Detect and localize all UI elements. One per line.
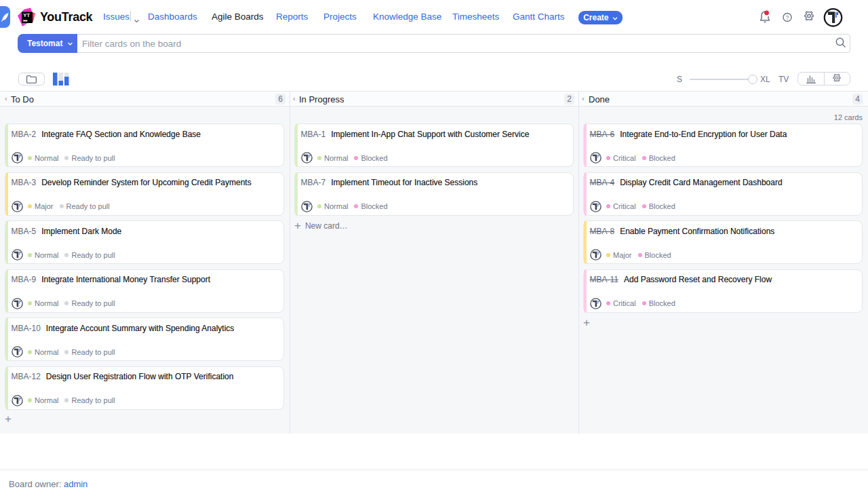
svg-text:?: ? (786, 14, 789, 21)
svg-text:YT: YT (23, 12, 30, 18)
